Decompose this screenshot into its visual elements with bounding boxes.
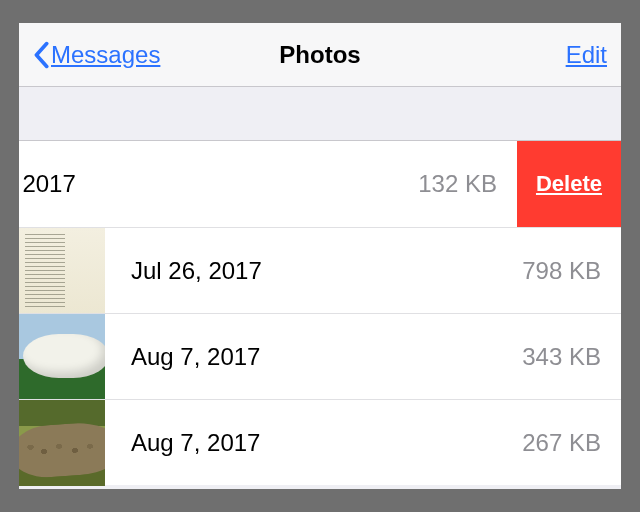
row-size: 798 KB xyxy=(522,257,601,285)
row-content: Aug 7, 2017343 KB xyxy=(19,314,621,399)
list-item[interactable]: Aug 25, 2017132 KBDelete xyxy=(19,141,621,227)
row-text: Jul 26, 2017798 KB xyxy=(105,228,621,313)
list-item[interactable]: Aug 7, 2017267 KB xyxy=(19,399,621,485)
row-date: Aug 7, 2017 xyxy=(131,343,260,371)
row-content: Aug 7, 2017267 KB xyxy=(19,400,621,485)
back-label: Messages xyxy=(51,41,160,69)
row-text: Aug 7, 2017343 KB xyxy=(105,314,621,399)
row-size: 267 KB xyxy=(522,429,601,457)
row-content: Jul 26, 2017798 KB xyxy=(19,228,621,313)
delete-button[interactable]: Delete xyxy=(517,141,621,227)
row-date: Aug 25, 2017 xyxy=(19,170,76,198)
row-text: Aug 7, 2017267 KB xyxy=(105,400,621,485)
photo-thumbnail[interactable] xyxy=(19,314,105,400)
photo-thumbnail[interactable] xyxy=(19,228,105,314)
row-size: 132 KB xyxy=(418,170,497,198)
list-item[interactable]: Jul 26, 2017798 KB xyxy=(19,227,621,313)
section-spacer xyxy=(19,87,621,141)
edit-button[interactable]: Edit xyxy=(566,41,607,69)
row-date: Jul 26, 2017 xyxy=(131,257,262,285)
chevron-left-icon xyxy=(33,41,49,69)
photo-thumbnail[interactable] xyxy=(19,400,105,486)
list-item[interactable]: Aug 7, 2017343 KB xyxy=(19,313,621,399)
row-content: Aug 25, 2017132 KB xyxy=(19,141,517,227)
screen: Messages Photos Edit Aug 25, 2017132 KBD… xyxy=(19,23,621,489)
navbar: Messages Photos Edit xyxy=(19,23,621,87)
back-button[interactable]: Messages xyxy=(33,41,160,69)
row-date: Aug 7, 2017 xyxy=(131,429,260,457)
row-text: Aug 25, 2017132 KB xyxy=(19,141,517,227)
photo-list[interactable]: Aug 25, 2017132 KBDeleteJul 26, 2017798 … xyxy=(19,141,621,485)
row-size: 343 KB xyxy=(522,343,601,371)
